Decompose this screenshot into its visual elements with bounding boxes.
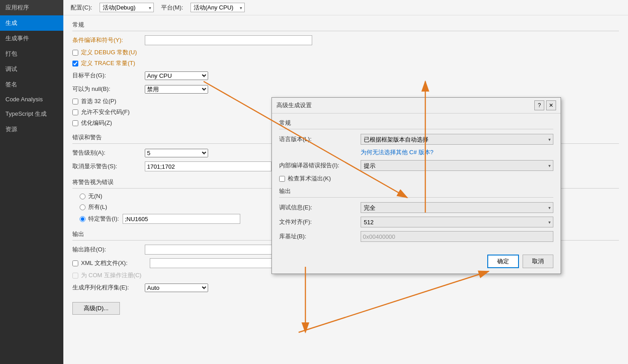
dialog-title: 高级生成设置 <box>276 101 312 109</box>
define-debug-label: 定义 DEBUG 常数(U) <box>81 48 137 57</box>
target-platform-row: 目标平台(G): Any CPU <box>72 70 619 81</box>
define-debug-row: 定义 DEBUG 常数(U) <box>72 48 619 57</box>
config-select-wrap: 活动(Debug) <box>100 3 154 12</box>
dialog-overflow-checkbox[interactable] <box>279 176 285 182</box>
sidebar-item-code-analysis[interactable]: Code Analysis <box>0 92 63 106</box>
main-content: 配置(C): 活动(Debug) 平台(M): 活动(Any CPU) 常规 条… <box>63 0 628 364</box>
dialog-lib-base-input[interactable] <box>361 231 553 242</box>
unsafe-label: 允许不安全代码(F) <box>81 108 130 116</box>
platform-select[interactable]: 活动(Any CPU) <box>190 3 245 12</box>
define-trace-checkbox[interactable] <box>72 61 78 66</box>
sidebar: 应用程序 生成 生成事件 打包 调试 签名 Code Analysis Type… <box>0 0 63 364</box>
nullable-select[interactable]: 禁用 <box>145 85 208 94</box>
treat-specific-radio[interactable] <box>80 216 86 222</box>
sidebar-item-app[interactable]: 应用程序 <box>0 0 63 15</box>
dialog-overflow-label: 检查算术溢出(K) <box>288 175 331 183</box>
output-path-label: 输出路径(O): <box>72 246 145 254</box>
advanced-button[interactable]: 高级(D)... <box>72 302 120 315</box>
sidebar-item-package[interactable]: 打包 <box>0 46 63 61</box>
com-checkbox[interactable] <box>72 273 78 279</box>
dialog-file-align-label: 文件对齐(F): <box>279 218 361 226</box>
serialize-select[interactable]: Auto <box>145 284 208 292</box>
treat-all-label: 所有(L) <box>88 203 107 211</box>
dialog-lib-base-label: 库基址(B): <box>279 232 361 241</box>
dialog-titlebar: 高级生成设置 ? ✕ <box>272 98 561 113</box>
treat-specific-input[interactable] <box>123 214 240 224</box>
dialog-lang-version-label: 语言版本(L): <box>279 135 361 143</box>
sidebar-item-debug[interactable]: 调试 <box>0 61 63 77</box>
dialog-lang-version-select[interactable]: 已根据框架版本自动选择 <box>361 134 553 145</box>
treat-specific-label: 特定警告(I): <box>88 215 119 223</box>
dialog-controls: ? ✕ <box>534 100 556 110</box>
dialog-general-section: 常规 <box>279 119 553 129</box>
dialog-file-align-select-wrap: 512 <box>361 217 553 227</box>
config-label: 配置(C): <box>71 4 92 12</box>
dialog-body: 常规 语言版本(L): 已根据框架版本自动选择 为何无法选择其他 C# 版本? … <box>272 113 561 251</box>
sidebar-item-typescript[interactable]: TypeScript 生成 <box>0 106 63 122</box>
suppress-input[interactable] <box>145 161 271 171</box>
dialog-output-section: 输出 <box>279 187 553 198</box>
sidebar-item-build[interactable]: 生成 <box>0 15 63 31</box>
dialog-question-button[interactable]: ? <box>534 100 544 110</box>
dialog-internal-compiler-select-wrap: 提示 <box>361 160 553 171</box>
target-platform-label: 目标平台(G): <box>72 71 145 80</box>
dialog-internal-compiler-row: 内部编译器错误报告(I): 提示 <box>279 160 553 171</box>
define-trace-label: 定义 TRACE 常量(T) <box>81 59 135 67</box>
dialog-lang-link[interactable]: 为何无法选择其他 C# 版本? <box>361 148 553 156</box>
advanced-btn-area: 高级(D)... <box>72 302 619 315</box>
dialog-debug-info-select-wrap: 完全 <box>361 202 553 213</box>
dialog-lang-version-row: 语言版本(L): 已根据框架版本自动选择 <box>279 134 553 145</box>
xml-doc-checkbox[interactable] <box>72 260 78 266</box>
config-select[interactable]: 活动(Debug) <box>100 3 154 12</box>
serialize-select-wrap: Auto <box>145 284 208 292</box>
treat-all-radio[interactable] <box>80 204 86 210</box>
dialog-internal-compiler-select[interactable]: 提示 <box>361 160 553 171</box>
unsafe-checkbox[interactable] <box>72 109 78 115</box>
com-label: 为 COM 互操作注册(C) <box>81 271 142 279</box>
dialog-close-button[interactable]: ✕ <box>546 100 556 110</box>
prefer32bit-checkbox[interactable] <box>72 99 78 104</box>
dialog-file-align-row: 文件对齐(F): 512 <box>279 217 553 227</box>
conditional-compile-input[interactable] <box>145 35 312 45</box>
dialog-internal-compiler-label: 内部编译器错误报告(I): <box>279 161 361 170</box>
prefer32bit-label: 首选 32 位(P) <box>81 97 116 105</box>
xml-doc-label: XML 文档文件(X): <box>81 259 150 267</box>
advanced-settings-dialog: 高级生成设置 ? ✕ 常规 语言版本(L): 已根据框架版本自动选择 <box>271 97 561 274</box>
nullable-row: 可以为 null(B): 禁用 <box>72 84 619 95</box>
platform-label: 平台(M): <box>161 4 183 12</box>
platform-select-wrap: 活动(Any CPU) <box>190 3 245 12</box>
general-section-title: 常规 <box>72 21 619 31</box>
suppress-label: 取消显示警告(S): <box>72 162 145 170</box>
warning-level-select-wrap: 5 <box>145 149 208 157</box>
dialog-debug-info-row: 调试信息(E): 完全 <box>279 202 553 213</box>
optimize-checkbox[interactable] <box>72 120 78 126</box>
warning-level-label: 警告级别(A): <box>72 149 145 157</box>
treat-none-label: 无(N) <box>88 192 102 200</box>
dialog-file-align-select[interactable]: 512 <box>361 217 553 227</box>
dialog-footer: 确定 取消 <box>272 251 561 274</box>
sidebar-item-signing[interactable]: 签名 <box>0 77 63 92</box>
dialog-overflow-row: 检查算术溢出(K) <box>279 175 553 183</box>
sidebar-item-build-events[interactable]: 生成事件 <box>0 31 63 46</box>
nullable-label: 可以为 null(B): <box>72 85 145 93</box>
target-platform-select-wrap: Any CPU <box>145 71 208 80</box>
top-bar: 配置(C): 活动(Debug) 平台(M): 活动(Any CPU) <box>63 0 628 15</box>
dialog-lang-version-select-wrap: 已根据框架版本自动选择 <box>361 134 553 145</box>
serialize-label: 生成序列化程序集(E): <box>72 284 145 292</box>
dialog-lib-base-row: 库基址(B): <box>279 231 553 242</box>
sidebar-item-resources[interactable]: 资源 <box>0 122 63 137</box>
optimize-label: 优化编码(Z) <box>81 119 112 127</box>
conditional-compile-row: 条件编译和符号(Y): <box>72 35 619 46</box>
dialog-debug-info-label: 调试信息(E): <box>279 203 361 212</box>
warning-level-select[interactable]: 5 <box>145 149 208 157</box>
target-platform-select[interactable]: Any CPU <box>145 71 208 80</box>
dialog-cancel-button[interactable]: 取消 <box>523 255 553 268</box>
define-debug-checkbox[interactable] <box>72 50 78 56</box>
nullable-select-wrap: 禁用 <box>145 85 208 94</box>
dialog-debug-info-select[interactable]: 完全 <box>361 202 553 213</box>
conditional-compile-label: 条件编译和符号(Y): <box>72 36 145 44</box>
treat-none-radio[interactable] <box>80 194 86 199</box>
dialog-ok-button[interactable]: 确定 <box>487 255 519 268</box>
define-trace-row: 定义 TRACE 常量(T) <box>72 59 619 67</box>
serialize-row: 生成序列化程序集(E): Auto <box>72 282 619 293</box>
